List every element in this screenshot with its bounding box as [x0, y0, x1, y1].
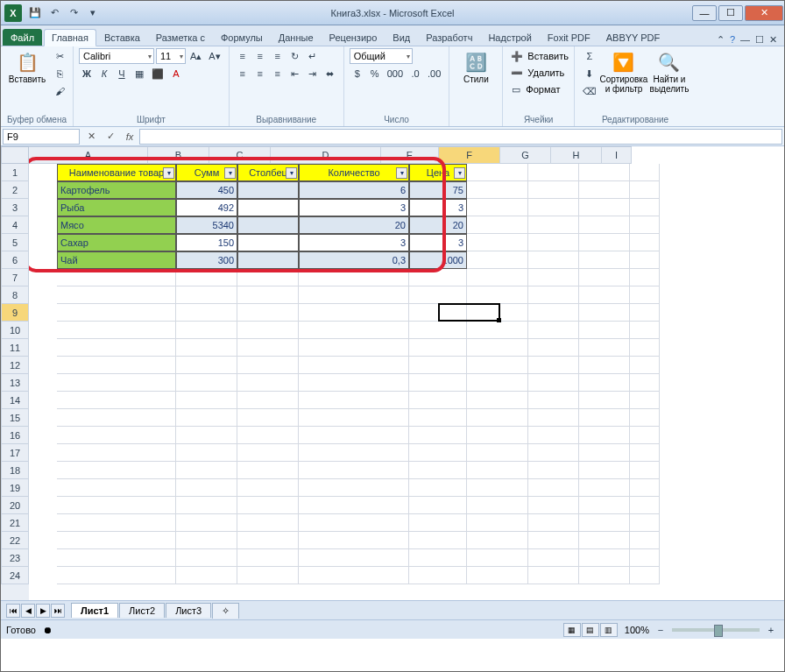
filter-icon[interactable]: ▾ [224, 167, 236, 179]
macro-record-icon[interactable]: ⏺ [43, 625, 53, 635]
cell-grid[interactable]: Наименование товар▾Сумм▾Столбец▾Количест… [57, 164, 660, 584]
cell[interactable] [57, 497, 176, 514]
tab-insert[interactable]: Вставка [96, 29, 148, 46]
cell[interactable] [237, 409, 299, 427]
cell[interactable] [237, 567, 299, 584]
doc-max-icon[interactable]: ☐ [755, 34, 764, 46]
cell[interactable] [237, 549, 299, 567]
sheet-tab-2[interactable]: Лист2 [119, 603, 165, 618]
cell[interactable] [528, 199, 579, 216]
cell[interactable] [237, 427, 299, 444]
cell[interactable] [409, 427, 467, 444]
filter-icon[interactable]: ▾ [286, 167, 297, 179]
doc-min-icon[interactable]: — [740, 34, 750, 46]
filter-icon[interactable]: ▾ [454, 167, 465, 179]
col-header-H[interactable]: H [551, 146, 602, 164]
cell[interactable] [176, 269, 237, 286]
row-header-2[interactable]: 2 [1, 181, 29, 199]
cell[interactable] [467, 322, 528, 339]
cell[interactable]: 492 [176, 199, 237, 216]
comma-icon[interactable]: 000 [385, 66, 406, 81]
cell[interactable] [467, 164, 528, 181]
cell[interactable]: 20 [409, 216, 467, 234]
grow-font-icon[interactable]: A▴ [187, 48, 204, 64]
cells-delete-icon[interactable]: ➖ [508, 65, 526, 81]
cell[interactable] [579, 304, 630, 322]
cell[interactable] [528, 409, 579, 427]
cell[interactable] [176, 339, 237, 357]
cell[interactable] [409, 286, 467, 304]
col-header-B[interactable]: B [148, 146, 209, 164]
sheet-nav-next-icon[interactable]: ▶ [36, 604, 50, 618]
cell[interactable] [299, 357, 409, 374]
zoom-out-icon[interactable]: − [653, 622, 668, 638]
border-icon[interactable]: ▦ [131, 66, 147, 81]
cell[interactable]: Картофель [57, 181, 176, 199]
underline-button[interactable]: Ч [114, 66, 130, 81]
cell[interactable] [579, 357, 630, 374]
cell[interactable] [409, 269, 467, 286]
cell[interactable] [176, 322, 237, 339]
row-header-13[interactable]: 13 [1, 374, 29, 392]
cell[interactable] [528, 234, 579, 251]
cell[interactable]: Цена▾ [409, 164, 467, 181]
find-select-button[interactable]: 🔍 Найти и выделить [648, 48, 690, 94]
redo-icon[interactable]: ↷ [66, 6, 81, 20]
fx-icon[interactable]: fx [122, 129, 138, 145]
view-pagebreak-icon[interactable]: ▥ [600, 623, 618, 637]
autosum-icon[interactable]: Σ [580, 48, 599, 64]
shrink-font-icon[interactable]: A▾ [206, 48, 223, 64]
font-name-select[interactable]: Calibri [79, 48, 154, 64]
cell[interactable] [57, 549, 176, 567]
cell[interactable] [630, 514, 660, 532]
col-header-E[interactable]: E [381, 146, 439, 164]
row-header-24[interactable]: 24 [1, 567, 29, 584]
tab-formulas[interactable]: Формулы [213, 29, 271, 46]
cut-icon[interactable]: ✂ [52, 48, 67, 64]
cell[interactable]: Мясо [57, 216, 176, 234]
cell[interactable] [237, 251, 299, 269]
minimize-button[interactable]: — [692, 5, 717, 21]
align-top-icon[interactable]: ≡ [235, 48, 251, 64]
cell[interactable]: Количество▾ [299, 164, 409, 181]
row-header-23[interactable]: 23 [1, 549, 29, 567]
cell[interactable] [57, 392, 176, 409]
row-header-9[interactable]: 9 [1, 304, 29, 322]
row-header-11[interactable]: 11 [1, 339, 29, 357]
cell[interactable] [630, 444, 660, 462]
cell[interactable] [630, 234, 660, 251]
cell[interactable] [57, 322, 176, 339]
fill-icon[interactable]: ⬇ [580, 66, 599, 81]
cell[interactable] [299, 304, 409, 322]
row-header-1[interactable]: 1 [1, 164, 29, 181]
cell[interactable] [237, 269, 299, 286]
cell[interactable] [630, 251, 660, 269]
help-icon[interactable]: ? [730, 34, 735, 46]
zoom-in-icon[interactable]: + [763, 622, 779, 638]
align-middle-icon[interactable]: ≡ [252, 48, 268, 64]
row-header-16[interactable]: 16 [1, 427, 29, 444]
cell[interactable] [630, 199, 660, 216]
cell[interactable] [579, 234, 630, 251]
cell[interactable] [299, 479, 409, 497]
row-header-12[interactable]: 12 [1, 357, 29, 374]
undo-icon[interactable]: ↶ [46, 6, 62, 20]
cell[interactable] [579, 251, 630, 269]
cell[interactable] [299, 462, 409, 479]
cell[interactable] [467, 251, 528, 269]
zoom-level[interactable]: 100% [625, 625, 649, 635]
row-header-22[interactable]: 22 [1, 532, 29, 549]
cell[interactable] [467, 269, 528, 286]
sheet-tab-3[interactable]: Лист3 [166, 603, 211, 618]
cells-insert-button[interactable]: Вставить [527, 51, 569, 61]
tab-file[interactable]: Файл [3, 29, 42, 46]
tab-layout[interactable]: Разметка с [148, 29, 213, 46]
sheet-nav-prev-icon[interactable]: ◀ [21, 604, 35, 618]
enter-formula-icon[interactable]: ✓ [103, 129, 118, 145]
cell[interactable]: Рыба [57, 199, 176, 216]
cell[interactable] [630, 462, 660, 479]
cell[interactable] [630, 532, 660, 549]
cell[interactable] [409, 409, 467, 427]
cell[interactable] [176, 357, 237, 374]
bold-button[interactable]: Ж [79, 66, 95, 81]
